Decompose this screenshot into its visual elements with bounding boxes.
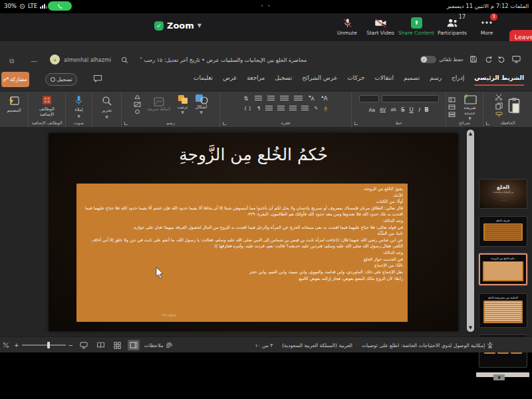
font-size-box[interactable] [359, 95, 379, 102]
more-button[interactable]: 3 More [468, 17, 505, 36]
copy-icon[interactable] [495, 102, 503, 110]
format-painter-icon[interactable] [495, 112, 503, 118]
slide-title[interactable]: حُكمُ الخُلع مِن الزَّوجةِ [49, 145, 458, 164]
zoom-slider-thumb[interactable] [47, 342, 50, 348]
columns-icon[interactable]: { } [243, 106, 252, 111]
search-icon[interactable] [121, 57, 128, 64]
scroll-up-icon[interactable]: ▲ [467, 131, 474, 136]
slide-layout-icon[interactable] [448, 97, 456, 102]
thumbnail-scrollbar[interactable]: ▲ ▼ [467, 130, 474, 332]
line-spacing-icon[interactable]: ⇅ [243, 95, 249, 102]
bullet-list-icon[interactable] [280, 96, 289, 101]
redo-icon[interactable] [484, 55, 493, 63]
subscript-button[interactable]: ab [390, 107, 397, 112]
slide-thumbnail-4[interactable]: الحكمة من مشروعية الخلع [479, 293, 527, 328]
slide-thumbnail-2[interactable]: تعريف الخلع [479, 216, 527, 247]
designer-label[interactable]: المصمم [7, 108, 21, 113]
minimize-icon[interactable]: — [31, 57, 37, 65]
new-slide-button[interactable]: شريحة جديدة ▼ [459, 94, 481, 120]
avatar[interactable]: a [50, 55, 60, 65]
shape-outline-icon[interactable] [134, 102, 141, 107]
zoom-in-icon[interactable]: + [14, 342, 19, 348]
slide-body-textbox[interactable]: يجوزُ الخُلع من الزوجة. الأدلة: أولًا: م… [76, 184, 408, 322]
section-icon[interactable] [448, 112, 456, 117]
quick-styles-button[interactable]: أنماط سريعة [147, 97, 171, 112]
notes-button[interactable]: ملاحظات [144, 342, 173, 348]
zoom-app-menu[interactable]: ✓ Zoom ▼ [154, 21, 201, 31]
scroll-down-icon[interactable]: ▼ [467, 325, 474, 331]
italic-button[interactable]: I [418, 106, 421, 113]
arrange-button[interactable]: ترتيب ▼ [177, 94, 189, 114]
tab-help[interactable]: تعليمات [194, 74, 213, 86]
start-video-button[interactable]: Start Video [362, 17, 399, 36]
editing-label[interactable]: تحرير [102, 108, 112, 113]
strikethrough-button[interactable]: S [400, 106, 405, 113]
paste-button[interactable] [507, 97, 521, 114]
increase-indent-icon[interactable] [255, 96, 262, 101]
char-spacing-button[interactable]: AV [379, 107, 386, 112]
share-document-button[interactable]: مشاركة [1, 72, 29, 87]
active-call-pill[interactable] [48, 1, 72, 11]
unmute-button[interactable]: Unmute [329, 17, 366, 36]
shapes-button[interactable]: أشكال ▼ [195, 94, 208, 114]
undo-icon[interactable] [497, 55, 506, 63]
body-line: قال تعالى: الطلاق مرتان فإمساك بمعروف أو… [81, 205, 403, 218]
accessibility-status[interactable]: إمكانية الوصول لذوي الاحتياجات الخاصة: ا… [362, 342, 493, 348]
tab-home[interactable]: الشريط الرئيسي [474, 74, 524, 86]
addins-group-label: الوظائف الإضافية [29, 120, 65, 126]
panel-scroll-down-button[interactable]: ▼ [493, 374, 505, 380]
tab-animations[interactable]: حركات [347, 74, 364, 86]
tab-insert[interactable]: إدراج [452, 74, 464, 86]
tab-view[interactable]: عرض [223, 74, 237, 86]
text-direction-icon[interactable]: ¶ [257, 106, 261, 111]
normal-view-button[interactable] [128, 340, 140, 350]
tab-slideshow[interactable]: عرض الشرائح [302, 74, 337, 86]
slideshow-view-button[interactable] [78, 340, 90, 350]
align-center-icon[interactable] [277, 106, 285, 111]
slide-sorter-view-button[interactable] [111, 340, 123, 350]
addins-button-label[interactable]: الوظائف الإضافية [32, 106, 63, 117]
language-status[interactable]: العربية (المملكة العربية السعودية) [282, 342, 352, 348]
shrink-font-button[interactable]: A [308, 96, 315, 102]
slide-thumbnail-3-selected[interactable]: حكم الخلع من الزوجة [479, 253, 527, 285]
align-right-icon[interactable] [289, 106, 297, 111]
save-icon[interactable] [469, 55, 477, 63]
participants-button[interactable]: 17 Participants [434, 17, 471, 36]
zoom-percent-icon[interactable] [3, 342, 9, 348]
underline-button[interactable]: U [408, 106, 414, 113]
comments-icon[interactable] [93, 74, 102, 82]
zoom-slider[interactable]: + − [14, 342, 73, 348]
tab-review[interactable]: مراجعة [247, 74, 265, 86]
align-left-icon[interactable] [265, 106, 273, 111]
battery-percent: 30% [4, 3, 17, 9]
numbered-list-icon[interactable] [294, 96, 303, 101]
font-color-button[interactable]: A̲ [323, 106, 328, 111]
tab-design[interactable]: تصميم [404, 74, 420, 86]
autosave-toggle[interactable]: ✓ [420, 56, 436, 63]
shape-effects-icon[interactable] [134, 109, 141, 114]
document-title[interactable]: محاضرة الخلع بين الإيجابيات والسلبيات عر… [140, 57, 369, 63]
restore-window-icon[interactable]: ⧉ [9, 57, 14, 65]
shape-fill-icon[interactable] [134, 94, 141, 100]
reset-slide-icon[interactable] [448, 104, 456, 110]
slide-canvas[interactable]: حُكمُ الخُلع مِن الزَّوجةِ يجوزُ الخُلع … [49, 133, 458, 331]
zoom-out-icon[interactable]: − [68, 342, 74, 348]
cut-icon[interactable] [495, 94, 503, 100]
reading-view-button[interactable] [94, 340, 106, 350]
tab-draw[interactable]: رسم [430, 74, 442, 86]
change-case-button[interactable]: Aa [368, 107, 376, 113]
highlight-button[interactable]: ✎ [313, 106, 319, 111]
tab-transitions[interactable]: انتقالات [374, 74, 394, 86]
record-button[interactable]: تسجيل [45, 73, 77, 86]
slide-thumbnail-1[interactable]: الخلع بين الإيجابيات والسلبيات ――― [479, 179, 527, 209]
share-content-button[interactable]: Share Content [398, 17, 435, 36]
font-name-box[interactable] [382, 95, 439, 102]
tab-record[interactable]: تسجيل [275, 74, 292, 86]
decrease-indent-icon[interactable] [267, 96, 275, 101]
align-justify-icon[interactable] [301, 106, 309, 111]
autosave-control[interactable]: ✓ حفظ تلقائي [420, 56, 464, 63]
bold-button[interactable]: B [424, 106, 429, 113]
grow-font-button[interactable]: A [321, 95, 329, 102]
dictate-label[interactable]: إملاء [74, 107, 82, 112]
present-display-icon[interactable] [512, 55, 521, 63]
